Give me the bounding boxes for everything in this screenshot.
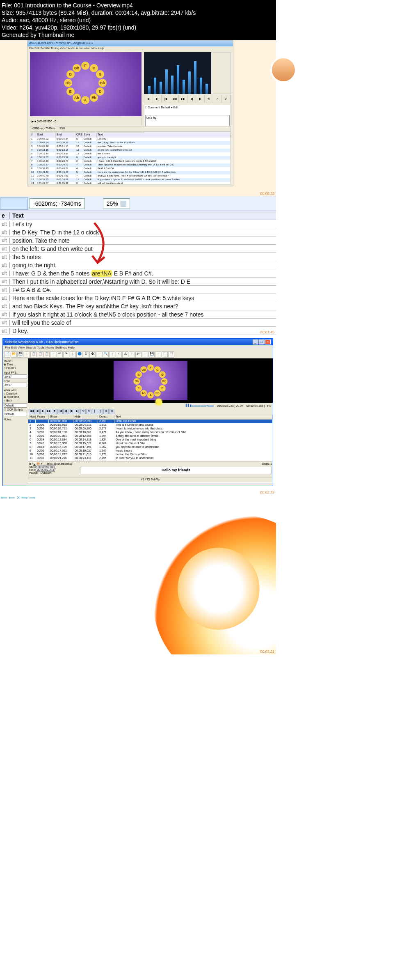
close-button[interactable]: × [265,340,271,344]
table-row[interactable]: ultwill tell you the scale of [0,319,276,327]
note-Ab: Ab [73,94,81,102]
subtitle-grid[interactable]: #StartEndCPSStyleText 10:00:06.020:00:07… [30,133,231,184]
edit-panel[interactable]: B I U 🎨 ✗ Text (16 characters): Lines: 1… [28,461,273,477]
list-item[interactable]: 100,20000:00:19,23700:00:21,0161,779behi… [28,453,273,457]
note-B: B [135,371,142,378]
thumbnail-2: -6020ms; -7340ms 25% e Text ultLet's try… [0,196,276,335]
note-B: B [66,70,75,78]
note-G: G [96,70,104,78]
video-preview: FCGBbDEbAAbEDbBGb [28,358,273,403]
thumbnail-3: Subtitle Workshop 6.0b - 01aCircleIntro2… [0,335,276,495]
table-row[interactable]: ultLet's try [0,220,276,228]
timestamp: 00:00:55 [260,191,274,195]
subtitle-text-input[interactable]: Hello my friends [80,467,272,474]
note-F: F [81,62,89,70]
col-text: Text [10,212,276,219]
table-row[interactable]: 90:00:34.730:00:40.294DefaultF# G A B & … [30,167,231,171]
menu-bar[interactable]: File Edit Subtitle Timing Video Audio Au… [27,46,233,51]
ms-offset-field[interactable]: -6020ms; -7340ms [30,198,85,209]
table-row[interactable]: 130:01:03.070:01:05.339Defaultwill tell … [30,182,231,184]
menu-bar[interactable]: File Edit View Search Tools Movie Settin… [3,345,273,351]
table-row[interactable]: ulton the left: G and then write out [0,245,276,253]
subtitle-workshop-window: Subtitle Workshop 6.0b - 01aCircleIntro2… [2,338,273,486]
table-row[interactable]: ultposition. Take the note [0,236,276,245]
table-row[interactable]: 70:00:15.590:00:20.772DefaultI have: G D… [30,160,231,163]
file-line: File: 001 Introduction to the Course - O… [2,2,274,9]
note-D: D [159,385,166,392]
note-E: E [135,385,142,392]
list-item[interactable]: 50,20000:00:10,86100:00:12,6551,794& the… [28,434,273,438]
status-bar: #1 / 73 SubRip [28,477,273,482]
table-row[interactable]: ultD key. [0,327,276,335]
audio-waveform[interactable] [144,52,211,94]
timing-bar: -6020ms; -7340ms 25% [30,126,231,132]
table-row[interactable]: 50:00:13.150:00:13.8512Defaultthe 5 note… [30,152,231,156]
side-panel[interactable]: Mode: ◉ Time ○ Frames Input FPS: 29,97 F… [3,358,28,483]
gradient-swirl-inner [178,548,260,630]
note-D: D [96,87,104,96]
col-style: e [0,212,10,219]
note-Eb: Eb [154,390,161,397]
subtitle-list[interactable]: NumPauseShowHideDura...Text 100:00:00,00… [28,415,273,461]
window-title: AVD01Lev412PPPtPartC.srt - Aegisub 3.2.2 [27,41,233,46]
avatar [270,57,297,83]
table-row[interactable]: 40:00:11.150:00:13.1512Defaulton the lef… [30,149,231,152]
list-item[interactable]: 110,20000:00:21,21600:00:23,4112,195In o… [28,457,273,460]
list-item[interactable]: 120,20000:00:23,61100:00:24,1130,502the … [28,460,273,461]
toolbar[interactable]: 📄📂💾|📋📋📋| ↶↷|🔵ℹ⚙| 🔍|✓⚠TP| 💾|⬚⬚ [3,351,273,358]
note-C: C [90,64,98,72]
note-Bb: Bb [161,378,168,385]
table-row[interactable]: 100:00:41.500:00:49.485DefaultHere are t… [30,171,231,174]
table-row[interactable]: ultThen I put this in alphabetical order… [0,278,276,286]
note-E: E [66,87,75,96]
note-G: G [159,371,166,378]
table-row[interactable]: 30:00:09.380:00:11.1510Defaultposition. … [30,145,231,149]
note-Gb: Gb [140,366,147,373]
table-row[interactable]: ultI have: G D & then the 5 notes are:\N… [0,269,276,278]
audio-sliders[interactable] [213,52,231,94]
list-item[interactable]: 90,20000:00:17,69100:00:19,0371,346music… [28,449,273,453]
table-row[interactable]: 10:00:06.020:00:07.345DefaultLet's try [30,138,231,141]
table-row[interactable]: 80:00:26.770:00:34.737DefaultThen I put … [30,163,231,167]
note-F: F [147,364,154,371]
time-display: ▍▍▮▬▬▬▬▬●▬▬ 00:00:02,723 | 29,9700:02:54… [28,403,273,409]
audio-buttons[interactable]: ▶▶||◀◀◀ ▶▶◀||▶⟲ ✓✗ [144,95,231,103]
chevron-down-icon [121,201,126,207]
table-row[interactable]: 120:00:57.930:01:03.0711DefaultIf you sl… [30,178,231,182]
table-row[interactable]: ultgoing to the right. [0,261,276,269]
video-controls[interactable]: ▶ ■ 0:00:00.000 - 0 [30,118,142,125]
size-line: Size: 93574113 bytes (89.24 MiB), durati… [2,9,274,16]
minimize-button[interactable]: _ [253,340,258,344]
timestamp: 00:03:21 [260,650,274,654]
note-A: A [81,96,89,104]
table-row[interactable]: ultthe D Key. The D in the 12 o clock [0,228,276,236]
table-row[interactable]: ultF# G A B & C#. [0,286,276,294]
table-row[interactable]: 60:00:13.850:00:15.599Defaultgoing to th… [30,156,231,160]
table-row[interactable]: ultHere are the scale tones for the D ke… [0,294,276,302]
playback-controls[interactable]: ◀◀◀▶▶▶■ |◀◀||▶▶| ⟲↻[]⊕⊖ [28,409,273,415]
list-item[interactable]: 100:00:00,00000:00:02,3932,393Hello my f… [28,420,273,423]
table-row[interactable]: ultIf you slash it right at 11 o'clock &… [0,310,276,319]
table-row[interactable]: ultthe 5 notes [0,253,276,261]
list-item[interactable]: 60,23900:00:12,89400:00:14,8181,924One o… [28,438,273,442]
list-item[interactable]: 30,20000:00:04,71100:00:06,9902,279I wan… [28,427,273,431]
zoom-dropdown[interactable]: 25% [103,198,130,209]
thumbnail-4: ⟸⟸ ✕⟹⟹ 00:03:21 [0,495,276,654]
note-A: A [147,392,154,399]
note-Db: Db [133,378,140,385]
list-item[interactable]: 20,20000:00:02,59300:00:04,5111,918This … [28,423,273,427]
highlighted-text: are:\NA [91,270,112,277]
note-Bb: Bb [98,79,107,87]
video-line: Video: h264, yuv420p, 1920x1080, 29.97 f… [2,24,274,31]
list-item[interactable]: 70,54200:00:15,36000:00:15,5210,161about… [28,442,273,445]
list-item[interactable]: 80,61800:00:16,13900:00:17,4911,352you n… [28,445,273,449]
table-row[interactable]: ultand two Black Keys. The F# key and\Nt… [0,302,276,310]
list-item[interactable]: 40,20000:00:07,19000:00:10,6613,471As yo… [28,431,273,434]
maximize-button[interactable]: □ [259,340,265,344]
video-preview: FCGBbDEbAAbEDbBGb [30,52,142,116]
nav-arrows[interactable]: ⟸⟸ ✕⟹⟹ [1,495,36,500]
note-Db: Db [64,79,72,87]
aegisub-window: AVD01Lev412PPPtPartC.srt - Aegisub 3.2.2… [27,40,233,186]
table-row[interactable]: 20:00:07.340:00:09.3811Defaultthe D Key.… [30,141,231,145]
table-row[interactable]: 110:00:49.480:00:57.937Defaultand two Bl… [30,174,231,178]
